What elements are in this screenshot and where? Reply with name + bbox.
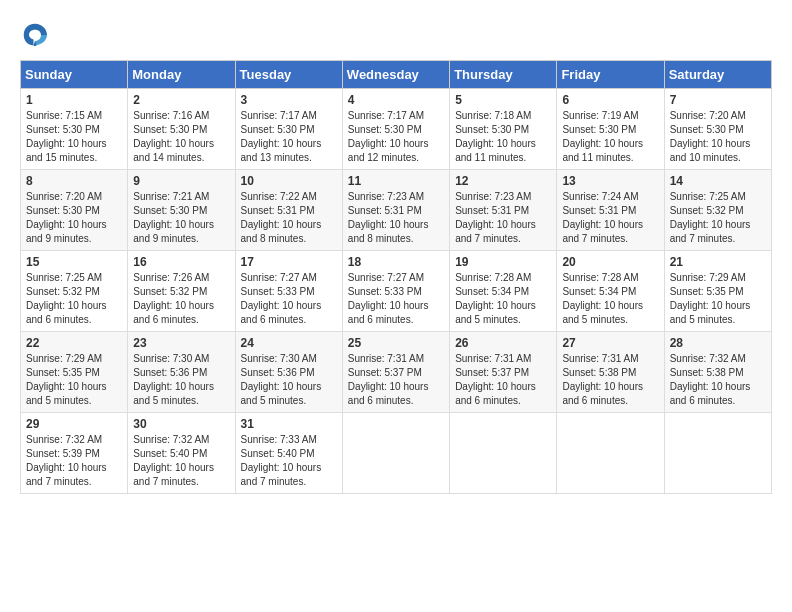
day-info: Sunrise: 7:31 AM Sunset: 5:37 PM Dayligh… xyxy=(455,352,551,408)
daylight-text: Daylight: 10 hours and 6 minutes. xyxy=(348,380,444,408)
calendar-day-cell: 3 Sunrise: 7:17 AM Sunset: 5:30 PM Dayli… xyxy=(235,89,342,170)
sunrise-text: Sunrise: 7:28 AM xyxy=(455,271,551,285)
day-number: 20 xyxy=(562,255,658,269)
sunrise-text: Sunrise: 7:32 AM xyxy=(670,352,766,366)
sunset-text: Sunset: 5:33 PM xyxy=(241,285,337,299)
sunset-text: Sunset: 5:33 PM xyxy=(348,285,444,299)
day-info: Sunrise: 7:24 AM Sunset: 5:31 PM Dayligh… xyxy=(562,190,658,246)
day-info: Sunrise: 7:25 AM Sunset: 5:32 PM Dayligh… xyxy=(670,190,766,246)
daylight-text: Daylight: 10 hours and 8 minutes. xyxy=(241,218,337,246)
daylight-text: Daylight: 10 hours and 15 minutes. xyxy=(26,137,122,165)
day-number: 1 xyxy=(26,93,122,107)
day-number: 7 xyxy=(670,93,766,107)
sunrise-text: Sunrise: 7:28 AM xyxy=(562,271,658,285)
sunset-text: Sunset: 5:35 PM xyxy=(26,366,122,380)
daylight-text: Daylight: 10 hours and 5 minutes. xyxy=(133,380,229,408)
day-info: Sunrise: 7:31 AM Sunset: 5:38 PM Dayligh… xyxy=(562,352,658,408)
day-number: 9 xyxy=(133,174,229,188)
page-header xyxy=(20,20,772,50)
sunrise-text: Sunrise: 7:25 AM xyxy=(670,190,766,204)
day-number: 22 xyxy=(26,336,122,350)
day-number: 29 xyxy=(26,417,122,431)
calendar-day-cell xyxy=(557,413,664,494)
calendar-week-row: 8 Sunrise: 7:20 AM Sunset: 5:30 PM Dayli… xyxy=(21,170,772,251)
daylight-text: Daylight: 10 hours and 6 minutes. xyxy=(670,380,766,408)
day-number: 26 xyxy=(455,336,551,350)
day-number: 31 xyxy=(241,417,337,431)
sunrise-text: Sunrise: 7:17 AM xyxy=(241,109,337,123)
daylight-text: Daylight: 10 hours and 14 minutes. xyxy=(133,137,229,165)
calendar-day-cell xyxy=(450,413,557,494)
calendar-day-cell: 21 Sunrise: 7:29 AM Sunset: 5:35 PM Dayl… xyxy=(664,251,771,332)
sunset-text: Sunset: 5:37 PM xyxy=(348,366,444,380)
day-info: Sunrise: 7:18 AM Sunset: 5:30 PM Dayligh… xyxy=(455,109,551,165)
sunset-text: Sunset: 5:30 PM xyxy=(241,123,337,137)
day-info: Sunrise: 7:21 AM Sunset: 5:30 PM Dayligh… xyxy=(133,190,229,246)
calendar-day-cell: 17 Sunrise: 7:27 AM Sunset: 5:33 PM Dayl… xyxy=(235,251,342,332)
sunrise-text: Sunrise: 7:31 AM xyxy=(348,352,444,366)
logo-icon xyxy=(20,20,50,50)
day-info: Sunrise: 7:32 AM Sunset: 5:40 PM Dayligh… xyxy=(133,433,229,489)
sunrise-text: Sunrise: 7:19 AM xyxy=(562,109,658,123)
calendar-day-cell: 19 Sunrise: 7:28 AM Sunset: 5:34 PM Dayl… xyxy=(450,251,557,332)
calendar-day-cell: 9 Sunrise: 7:21 AM Sunset: 5:30 PM Dayli… xyxy=(128,170,235,251)
sunset-text: Sunset: 5:34 PM xyxy=(562,285,658,299)
sunrise-text: Sunrise: 7:21 AM xyxy=(133,190,229,204)
calendar-day-cell: 30 Sunrise: 7:32 AM Sunset: 5:40 PM Dayl… xyxy=(128,413,235,494)
calendar-day-cell: 8 Sunrise: 7:20 AM Sunset: 5:30 PM Dayli… xyxy=(21,170,128,251)
sunset-text: Sunset: 5:30 PM xyxy=(455,123,551,137)
sunset-text: Sunset: 5:30 PM xyxy=(670,123,766,137)
day-number: 13 xyxy=(562,174,658,188)
calendar-week-row: 1 Sunrise: 7:15 AM Sunset: 5:30 PM Dayli… xyxy=(21,89,772,170)
sunset-text: Sunset: 5:34 PM xyxy=(455,285,551,299)
calendar-header-row: SundayMondayTuesdayWednesdayThursdayFrid… xyxy=(21,61,772,89)
daylight-text: Daylight: 10 hours and 6 minutes. xyxy=(348,299,444,327)
sunset-text: Sunset: 5:31 PM xyxy=(455,204,551,218)
sunset-text: Sunset: 5:37 PM xyxy=(455,366,551,380)
calendar-day-cell: 29 Sunrise: 7:32 AM Sunset: 5:39 PM Dayl… xyxy=(21,413,128,494)
daylight-text: Daylight: 10 hours and 6 minutes. xyxy=(241,299,337,327)
day-info: Sunrise: 7:19 AM Sunset: 5:30 PM Dayligh… xyxy=(562,109,658,165)
day-info: Sunrise: 7:30 AM Sunset: 5:36 PM Dayligh… xyxy=(241,352,337,408)
daylight-text: Daylight: 10 hours and 12 minutes. xyxy=(348,137,444,165)
calendar-day-cell: 14 Sunrise: 7:25 AM Sunset: 5:32 PM Dayl… xyxy=(664,170,771,251)
daylight-text: Daylight: 10 hours and 5 minutes. xyxy=(670,299,766,327)
daylight-text: Daylight: 10 hours and 6 minutes. xyxy=(562,380,658,408)
daylight-text: Daylight: 10 hours and 13 minutes. xyxy=(241,137,337,165)
day-number: 18 xyxy=(348,255,444,269)
sunset-text: Sunset: 5:30 PM xyxy=(26,204,122,218)
sunrise-text: Sunrise: 7:22 AM xyxy=(241,190,337,204)
day-info: Sunrise: 7:16 AM Sunset: 5:30 PM Dayligh… xyxy=(133,109,229,165)
day-number: 12 xyxy=(455,174,551,188)
sunrise-text: Sunrise: 7:17 AM xyxy=(348,109,444,123)
day-info: Sunrise: 7:23 AM Sunset: 5:31 PM Dayligh… xyxy=(455,190,551,246)
sunrise-text: Sunrise: 7:15 AM xyxy=(26,109,122,123)
sunset-text: Sunset: 5:40 PM xyxy=(241,447,337,461)
logo xyxy=(20,20,52,50)
sunrise-text: Sunrise: 7:30 AM xyxy=(133,352,229,366)
day-info: Sunrise: 7:26 AM Sunset: 5:32 PM Dayligh… xyxy=(133,271,229,327)
daylight-text: Daylight: 10 hours and 11 minutes. xyxy=(562,137,658,165)
day-info: Sunrise: 7:31 AM Sunset: 5:37 PM Dayligh… xyxy=(348,352,444,408)
calendar-day-cell: 7 Sunrise: 7:20 AM Sunset: 5:30 PM Dayli… xyxy=(664,89,771,170)
daylight-text: Daylight: 10 hours and 7 minutes. xyxy=(26,461,122,489)
sunset-text: Sunset: 5:35 PM xyxy=(670,285,766,299)
calendar-table: SundayMondayTuesdayWednesdayThursdayFrid… xyxy=(20,60,772,494)
sunrise-text: Sunrise: 7:31 AM xyxy=(455,352,551,366)
sunrise-text: Sunrise: 7:27 AM xyxy=(348,271,444,285)
day-number: 23 xyxy=(133,336,229,350)
daylight-text: Daylight: 10 hours and 6 minutes. xyxy=(26,299,122,327)
day-info: Sunrise: 7:22 AM Sunset: 5:31 PM Dayligh… xyxy=(241,190,337,246)
day-number: 15 xyxy=(26,255,122,269)
day-info: Sunrise: 7:20 AM Sunset: 5:30 PM Dayligh… xyxy=(670,109,766,165)
sunrise-text: Sunrise: 7:29 AM xyxy=(670,271,766,285)
sunset-text: Sunset: 5:36 PM xyxy=(241,366,337,380)
calendar-day-cell: 25 Sunrise: 7:31 AM Sunset: 5:37 PM Dayl… xyxy=(342,332,449,413)
day-number: 25 xyxy=(348,336,444,350)
calendar-day-header: Saturday xyxy=(664,61,771,89)
calendar-day-cell: 6 Sunrise: 7:19 AM Sunset: 5:30 PM Dayli… xyxy=(557,89,664,170)
daylight-text: Daylight: 10 hours and 7 minutes. xyxy=(562,218,658,246)
sunrise-text: Sunrise: 7:27 AM xyxy=(241,271,337,285)
sunset-text: Sunset: 5:31 PM xyxy=(348,204,444,218)
calendar-day-cell: 10 Sunrise: 7:22 AM Sunset: 5:31 PM Dayl… xyxy=(235,170,342,251)
